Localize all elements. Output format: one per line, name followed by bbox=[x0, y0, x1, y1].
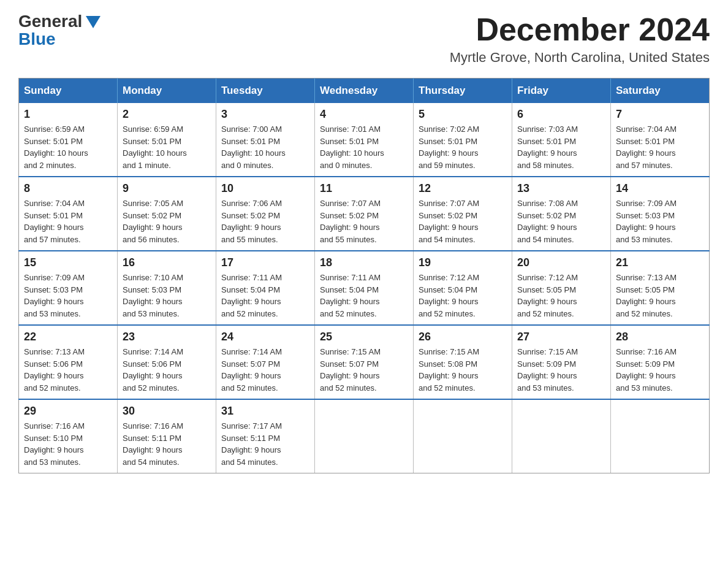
day-number: 25 bbox=[320, 331, 408, 343]
calendar-cell-w4-d4: 25Sunrise: 7:15 AM Sunset: 5:07 PM Dayli… bbox=[315, 325, 414, 399]
day-number: 14 bbox=[616, 182, 704, 195]
svg-marker-0 bbox=[86, 16, 100, 28]
day-info: Sunrise: 7:08 AM Sunset: 5:02 PM Dayligh… bbox=[517, 197, 605, 245]
header-friday: Friday bbox=[512, 79, 611, 104]
calendar-cell-w4-d5: 26Sunrise: 7:15 AM Sunset: 5:08 PM Dayli… bbox=[414, 325, 512, 399]
calendar-cell-w3-d1: 15Sunrise: 7:09 AM Sunset: 5:03 PM Dayli… bbox=[19, 251, 118, 325]
day-number: 22 bbox=[24, 331, 112, 343]
calendar-cell-w2-d6: 13Sunrise: 7:08 AM Sunset: 5:02 PM Dayli… bbox=[512, 177, 611, 251]
day-info: Sunrise: 7:16 AM Sunset: 5:09 PM Dayligh… bbox=[616, 346, 704, 394]
calendar-week-4: 22Sunrise: 7:13 AM Sunset: 5:06 PM Dayli… bbox=[19, 325, 710, 399]
day-info: Sunrise: 7:13 AM Sunset: 5:06 PM Dayligh… bbox=[24, 346, 112, 394]
day-info: Sunrise: 7:01 AM Sunset: 5:01 PM Dayligh… bbox=[320, 123, 408, 171]
calendar-cell-w4-d2: 23Sunrise: 7:14 AM Sunset: 5:06 PM Dayli… bbox=[118, 325, 216, 399]
calendar-cell-w3-d6: 20Sunrise: 7:12 AM Sunset: 5:05 PM Dayli… bbox=[512, 251, 611, 325]
day-number: 21 bbox=[616, 256, 704, 269]
day-info: Sunrise: 7:10 AM Sunset: 5:03 PM Dayligh… bbox=[123, 272, 211, 320]
calendar-cell-w5-d4 bbox=[315, 399, 414, 473]
calendar-cell-w4-d3: 24Sunrise: 7:14 AM Sunset: 5:07 PM Dayli… bbox=[216, 325, 315, 399]
day-number: 27 bbox=[517, 331, 605, 343]
header-tuesday: Tuesday bbox=[216, 79, 315, 104]
day-info: Sunrise: 7:04 AM Sunset: 5:01 PM Dayligh… bbox=[24, 197, 112, 245]
calendar-cell-w5-d7 bbox=[611, 399, 710, 473]
calendar-cell-w5-d3: 31Sunrise: 7:17 AM Sunset: 5:11 PM Dayli… bbox=[216, 399, 315, 473]
calendar-cell-w2-d3: 10Sunrise: 7:06 AM Sunset: 5:02 PM Dayli… bbox=[216, 177, 315, 251]
calendar-table: SundayMondayTuesdayWednesdayThursdayFrid… bbox=[18, 78, 710, 473]
calendar-cell-w1-d7: 7Sunrise: 7:04 AM Sunset: 5:01 PM Daylig… bbox=[611, 103, 710, 177]
day-info: Sunrise: 7:14 AM Sunset: 5:07 PM Dayligh… bbox=[221, 346, 309, 394]
day-info: Sunrise: 7:16 AM Sunset: 5:11 PM Dayligh… bbox=[123, 420, 211, 468]
day-number: 11 bbox=[320, 182, 408, 195]
day-number: 12 bbox=[419, 182, 507, 195]
day-number: 20 bbox=[517, 256, 605, 269]
day-number: 18 bbox=[320, 256, 408, 269]
day-number: 3 bbox=[221, 108, 309, 121]
day-info: Sunrise: 7:14 AM Sunset: 5:06 PM Dayligh… bbox=[123, 346, 211, 394]
day-number: 16 bbox=[123, 256, 211, 269]
calendar-cell-w2-d2: 9Sunrise: 7:05 AM Sunset: 5:02 PM Daylig… bbox=[118, 177, 216, 251]
calendar-cell-w2-d5: 12Sunrise: 7:07 AM Sunset: 5:02 PM Dayli… bbox=[414, 177, 512, 251]
day-number: 1 bbox=[24, 108, 112, 121]
day-info: Sunrise: 7:09 AM Sunset: 5:03 PM Dayligh… bbox=[24, 272, 112, 320]
day-info: Sunrise: 7:02 AM Sunset: 5:01 PM Dayligh… bbox=[419, 123, 507, 171]
day-info: Sunrise: 6:59 AM Sunset: 5:01 PM Dayligh… bbox=[123, 123, 211, 171]
logo-arrow-icon bbox=[83, 11, 103, 31]
day-number: 4 bbox=[320, 108, 408, 121]
header-saturday: Saturday bbox=[611, 79, 710, 104]
day-info: Sunrise: 7:15 AM Sunset: 5:09 PM Dayligh… bbox=[517, 346, 605, 394]
day-number: 13 bbox=[517, 182, 605, 195]
day-number: 28 bbox=[616, 331, 704, 343]
calendar-cell-w2-d7: 14Sunrise: 7:09 AM Sunset: 5:03 PM Dayli… bbox=[611, 177, 710, 251]
day-info: Sunrise: 7:11 AM Sunset: 5:04 PM Dayligh… bbox=[320, 272, 408, 320]
calendar-cell-w1-d2: 2Sunrise: 6:59 AM Sunset: 5:01 PM Daylig… bbox=[118, 103, 216, 177]
day-info: Sunrise: 7:09 AM Sunset: 5:03 PM Dayligh… bbox=[616, 197, 704, 245]
calendar-cell-w3-d2: 16Sunrise: 7:10 AM Sunset: 5:03 PM Dayli… bbox=[118, 251, 216, 325]
calendar-cell-w1-d1: 1Sunrise: 6:59 AM Sunset: 5:01 PM Daylig… bbox=[19, 103, 118, 177]
day-number: 10 bbox=[221, 182, 309, 195]
page-header: General Blue December 2024 Myrtle Grove,… bbox=[18, 12, 710, 66]
calendar-cell-w1-d5: 5Sunrise: 7:02 AM Sunset: 5:01 PM Daylig… bbox=[414, 103, 512, 177]
calendar-cell-w3-d5: 19Sunrise: 7:12 AM Sunset: 5:04 PM Dayli… bbox=[414, 251, 512, 325]
calendar-header-row: SundayMondayTuesdayWednesdayThursdayFrid… bbox=[19, 79, 710, 104]
day-info: Sunrise: 7:12 AM Sunset: 5:05 PM Dayligh… bbox=[517, 272, 605, 320]
calendar-cell-w3-d4: 18Sunrise: 7:11 AM Sunset: 5:04 PM Dayli… bbox=[315, 251, 414, 325]
day-info: Sunrise: 7:11 AM Sunset: 5:04 PM Dayligh… bbox=[221, 272, 309, 320]
calendar-cell-w3-d7: 21Sunrise: 7:13 AM Sunset: 5:05 PM Dayli… bbox=[611, 251, 710, 325]
day-number: 31 bbox=[221, 405, 309, 418]
calendar-cell-w1-d6: 6Sunrise: 7:03 AM Sunset: 5:01 PM Daylig… bbox=[512, 103, 611, 177]
logo: General Blue bbox=[18, 12, 103, 48]
day-number: 19 bbox=[419, 256, 507, 269]
day-number: 2 bbox=[123, 108, 211, 121]
day-number: 6 bbox=[517, 108, 605, 121]
logo-blue: Blue bbox=[18, 31, 56, 48]
header-sunday: Sunday bbox=[19, 79, 118, 104]
day-info: Sunrise: 7:03 AM Sunset: 5:01 PM Dayligh… bbox=[517, 123, 605, 171]
calendar-cell-w5-d6 bbox=[512, 399, 611, 473]
day-info: Sunrise: 7:17 AM Sunset: 5:11 PM Dayligh… bbox=[221, 420, 309, 468]
day-info: Sunrise: 6:59 AM Sunset: 5:01 PM Dayligh… bbox=[24, 123, 112, 171]
day-number: 23 bbox=[123, 331, 211, 343]
header-monday: Monday bbox=[118, 79, 216, 104]
day-number: 9 bbox=[123, 182, 211, 195]
header-wednesday: Wednesday bbox=[315, 79, 414, 104]
day-info: Sunrise: 7:05 AM Sunset: 5:02 PM Dayligh… bbox=[123, 197, 211, 245]
title-section: December 2024 Myrtle Grove, North Caroli… bbox=[450, 12, 710, 66]
calendar-cell-w4-d1: 22Sunrise: 7:13 AM Sunset: 5:06 PM Dayli… bbox=[19, 325, 118, 399]
day-number: 7 bbox=[616, 108, 704, 121]
day-number: 15 bbox=[24, 256, 112, 269]
day-info: Sunrise: 7:15 AM Sunset: 5:07 PM Dayligh… bbox=[320, 346, 408, 394]
logo-general: General bbox=[18, 13, 82, 30]
day-info: Sunrise: 7:07 AM Sunset: 5:02 PM Dayligh… bbox=[419, 197, 507, 245]
calendar-week-3: 15Sunrise: 7:09 AM Sunset: 5:03 PM Dayli… bbox=[19, 251, 710, 325]
calendar-week-1: 1Sunrise: 6:59 AM Sunset: 5:01 PM Daylig… bbox=[19, 103, 710, 177]
calendar-cell-w2-d1: 8Sunrise: 7:04 AM Sunset: 5:01 PM Daylig… bbox=[19, 177, 118, 251]
calendar-cell-w4-d7: 28Sunrise: 7:16 AM Sunset: 5:09 PM Dayli… bbox=[611, 325, 710, 399]
day-number: 17 bbox=[221, 256, 309, 269]
day-number: 26 bbox=[419, 331, 507, 343]
day-number: 24 bbox=[221, 331, 309, 343]
day-info: Sunrise: 7:04 AM Sunset: 5:01 PM Dayligh… bbox=[616, 123, 704, 171]
header-thursday: Thursday bbox=[414, 79, 512, 104]
day-info: Sunrise: 7:16 AM Sunset: 5:10 PM Dayligh… bbox=[24, 420, 112, 468]
calendar-cell-w5-d5 bbox=[414, 399, 512, 473]
calendar-week-5: 29Sunrise: 7:16 AM Sunset: 5:10 PM Dayli… bbox=[19, 399, 710, 473]
